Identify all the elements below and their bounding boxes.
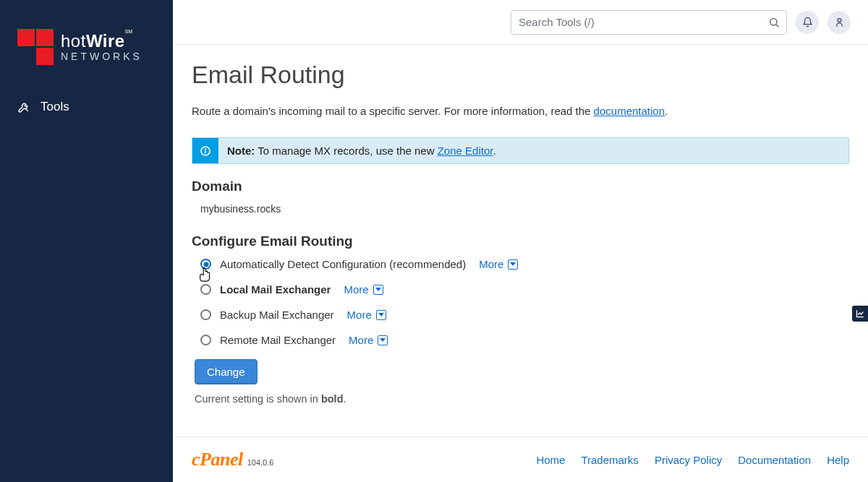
more-toggle[interactable]: More xyxy=(344,283,383,296)
bell-icon xyxy=(802,17,813,27)
svg-line-1 xyxy=(776,25,778,27)
chevron-down-icon xyxy=(376,310,386,320)
footer-link-trademarks[interactable]: Trademarks xyxy=(581,454,638,466)
page-title: Email Routing xyxy=(192,61,849,89)
footer: cPanel 104.0.6 Home Trademarks Privacy P… xyxy=(173,436,868,482)
radio-input[interactable] xyxy=(200,309,211,320)
radio-input[interactable] xyxy=(200,284,211,295)
account-button[interactable] xyxy=(827,11,851,34)
brand-mark-icon xyxy=(17,29,54,65)
config-section-title: Configure Email Routing xyxy=(192,233,849,249)
routing-option-auto[interactable]: Automatically Detect Configuration (reco… xyxy=(200,258,849,270)
brand-logo: hotWireSM NETWORKS xyxy=(0,0,173,91)
chart-icon xyxy=(856,309,864,318)
sidebar: hotWireSM NETWORKS Tools xyxy=(0,0,173,482)
brand-subtext: NETWORKS xyxy=(61,51,142,62)
routing-option-local[interactable]: Local Mail Exchanger More xyxy=(200,283,849,296)
footer-link-home[interactable]: Home xyxy=(536,454,565,466)
zone-editor-link[interactable]: Zone Editor xyxy=(438,145,493,157)
more-toggle[interactable]: More xyxy=(479,258,518,270)
topbar xyxy=(173,0,868,45)
domain-section-title: Domain xyxy=(192,178,849,194)
radio-input[interactable] xyxy=(200,259,211,270)
cpanel-logo: cPanel xyxy=(192,449,243,470)
sidebar-item-label: Tools xyxy=(41,100,69,114)
radio-label: Local Mail Exchanger xyxy=(220,283,331,296)
change-button[interactable]: Change xyxy=(195,359,258,384)
footer-version: 104.0.6 xyxy=(247,458,274,467)
stats-tab[interactable] xyxy=(852,306,868,322)
documentation-link[interactable]: documentation xyxy=(594,105,665,117)
more-toggle[interactable]: More xyxy=(347,309,386,321)
brand-text-bold: Wire xyxy=(86,31,125,51)
footer-link-privacy[interactable]: Privacy Policy xyxy=(655,454,722,466)
radio-label: Backup Mail Exchanger xyxy=(220,309,334,321)
chevron-down-icon xyxy=(378,335,388,345)
chevron-down-icon xyxy=(373,285,383,295)
info-icon xyxy=(192,138,218,163)
notifications-button[interactable] xyxy=(796,11,819,34)
radio-input[interactable] xyxy=(200,335,211,345)
info-note: Note: To manage MX records, use the new … xyxy=(192,137,849,164)
svg-point-5 xyxy=(205,149,206,150)
sidebar-item-tools[interactable]: Tools xyxy=(0,91,173,123)
routing-options: Automatically Detect Configuration (reco… xyxy=(192,258,849,346)
search-button[interactable] xyxy=(761,10,787,35)
routing-option-remote[interactable]: Remote Mail Exchanger More xyxy=(200,334,849,346)
svg-point-0 xyxy=(770,18,777,25)
radio-label: Automatically Detect Configuration (reco… xyxy=(220,258,466,270)
footer-link-help[interactable]: Help xyxy=(827,454,849,466)
search-icon xyxy=(768,17,780,28)
footer-link-documentation[interactable]: Documentation xyxy=(738,454,811,466)
note-label: Note: xyxy=(227,145,255,157)
routing-option-backup[interactable]: Backup Mail Exchanger More xyxy=(200,309,849,321)
page-intro: Route a domain's incoming mail to a spec… xyxy=(192,105,849,117)
current-setting-hint: Current setting is shown in bold. xyxy=(195,393,849,405)
search-input[interactable] xyxy=(511,10,787,35)
domain-value: mybusiness.rocks xyxy=(192,203,849,215)
radio-label: Remote Mail Exchanger xyxy=(220,334,336,346)
svg-point-2 xyxy=(838,19,841,22)
chevron-down-icon xyxy=(508,259,518,270)
brand-text-left: hot xyxy=(61,31,86,51)
brand-sm: SM xyxy=(125,29,133,34)
tools-icon xyxy=(17,100,30,113)
user-icon xyxy=(834,17,845,27)
more-toggle[interactable]: More xyxy=(349,334,388,346)
